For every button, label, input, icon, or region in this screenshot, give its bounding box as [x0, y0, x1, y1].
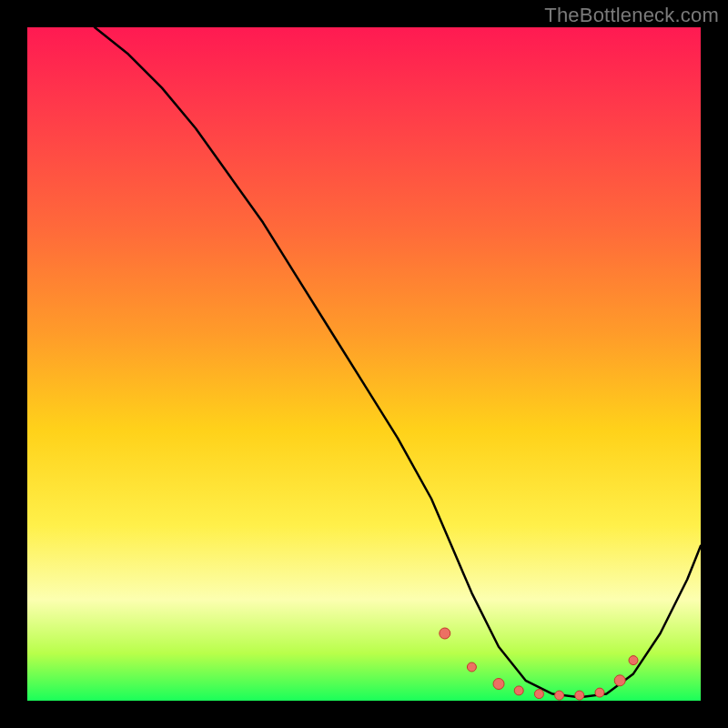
- valley-marker: [595, 688, 604, 697]
- curve-line-group: [95, 27, 701, 697]
- valley-marker: [555, 691, 564, 700]
- bottleneck-curve: [95, 27, 701, 697]
- valley-marker: [514, 686, 523, 695]
- plot-svg: [27, 27, 701, 701]
- chart-frame: TheBottleneck.com: [0, 0, 728, 728]
- valley-marker: [493, 679, 504, 690]
- valley-marker: [575, 691, 584, 700]
- watermark-text: TheBottleneck.com: [544, 4, 719, 27]
- valley-markers: [440, 628, 638, 700]
- plot-area: [27, 27, 701, 701]
- valley-marker: [467, 662, 476, 672]
- valley-marker: [614, 675, 625, 686]
- valley-marker: [440, 628, 450, 639]
- valley-marker: [629, 656, 638, 665]
- valley-marker: [534, 690, 543, 699]
